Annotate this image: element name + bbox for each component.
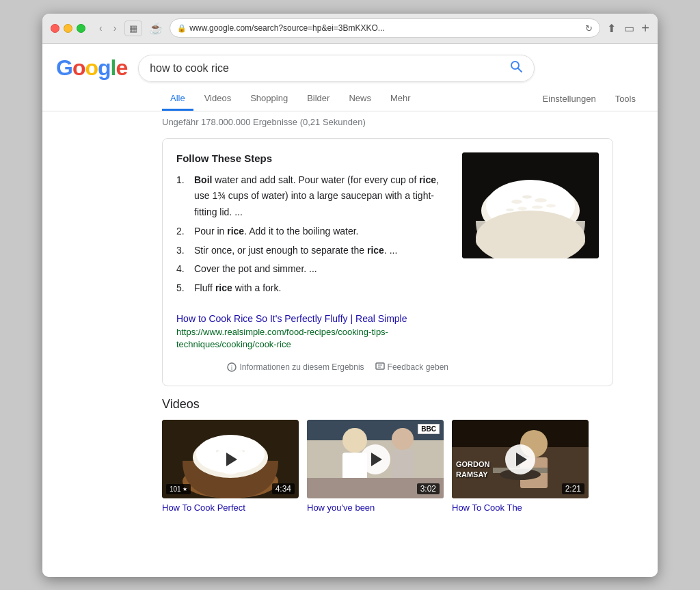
video-title-3: How To Cook The xyxy=(452,502,589,514)
video-thumbnail-2[interactable]: BBC 3:02 xyxy=(307,420,444,498)
step-3: 3. Stir once, or just enough to separate… xyxy=(176,243,448,259)
tab-tools[interactable]: Tools xyxy=(607,88,644,109)
play-button-1[interactable] xyxy=(215,444,245,474)
gordon-ramsay-label: GORDONRAMSAY xyxy=(456,459,490,479)
video-thumbnail-3[interactable]: GORDONRAMSAY 2:21 xyxy=(452,420,589,498)
maximize-button[interactable] xyxy=(77,24,85,33)
tab-shopping[interactable]: Shopping xyxy=(242,88,296,111)
search-input[interactable] xyxy=(150,62,509,75)
svg-point-12 xyxy=(522,195,532,198)
logo-g: G xyxy=(56,55,72,80)
svg-line-1 xyxy=(518,68,522,72)
step-4: 4. Cover the pot and simmer. ... xyxy=(176,261,448,278)
step-5: 5. Fluff rice with a fork. xyxy=(176,280,448,297)
video-title-2: How you've been xyxy=(307,502,444,514)
tab-duplicate-button[interactable]: ▭ xyxy=(623,21,636,36)
google-header: Google xyxy=(42,44,658,82)
logo-o2: o xyxy=(85,55,98,80)
logo-e: e xyxy=(116,55,127,80)
svg-point-11 xyxy=(511,200,522,204)
cloud-button[interactable]: ☕ xyxy=(148,21,164,36)
snippet-link-title[interactable]: How to Cook Rice So It's Perfectly Fluff… xyxy=(176,313,448,324)
step-1: 1. Boil water and add salt. Pour water (… xyxy=(176,172,448,221)
title-bar: ‹ › ▦ ☕ 🔒 www.google.com/search?source=h… xyxy=(42,14,658,44)
svg-text:i: i xyxy=(231,364,232,371)
snippet-footer: i Informationen zu diesem Ergebnis Feedb… xyxy=(176,357,448,372)
step-2: 2. Pour in rice. Add it to the boiling w… xyxy=(176,224,448,240)
toolbar-right: ⬆ ▭ + xyxy=(606,21,649,36)
play-triangle-1 xyxy=(226,453,237,466)
new-tab-button[interactable]: + xyxy=(641,21,649,35)
tab-einstellungen[interactable]: Einstellungen xyxy=(535,88,604,109)
video-thumbnail-1[interactable]: 101 ★ 4:34 xyxy=(162,420,299,498)
svg-point-8 xyxy=(476,224,585,258)
tab-news[interactable]: News xyxy=(340,88,379,111)
close-button[interactable] xyxy=(51,24,59,33)
svg-point-13 xyxy=(535,198,547,202)
snippet-info-btn[interactable]: i Informationen zu diesem Ergebnis xyxy=(227,362,364,372)
snippet-link: How to Cook Rice So It's Perfectly Fluff… xyxy=(176,305,448,350)
search-bar[interactable] xyxy=(138,55,535,82)
video-grid: 101 ★ 4:34 How To Cook Perfect xyxy=(162,420,644,514)
play-triangle-3 xyxy=(516,453,527,466)
tab-view-button[interactable]: ▦ xyxy=(124,21,142,36)
back-button[interactable]: ‹ xyxy=(96,21,105,35)
tab-alle[interactable]: Alle xyxy=(162,88,193,111)
snippet-link-url[interactable]: https://www.realsimple.com/food-recipes/… xyxy=(176,327,388,349)
result-stats: Ungefähr 178.000.000 Ergebnisse (0,21 Se… xyxy=(42,111,658,133)
traffic-lights xyxy=(51,24,85,33)
svg-point-32 xyxy=(392,428,414,450)
tab-mehr[interactable]: Mehr xyxy=(382,88,419,111)
lock-icon: 🔒 xyxy=(177,24,187,33)
share-button[interactable]: ⬆ xyxy=(606,21,617,36)
svg-point-18 xyxy=(484,217,577,238)
video-card-1[interactable]: 101 ★ 4:34 How To Cook Perfect xyxy=(162,420,299,514)
video-card-3[interactable]: GORDONRAMSAY 2:21 How To Cook The xyxy=(452,420,589,514)
video-duration-1: 4:34 xyxy=(272,483,295,494)
browser-window: ‹ › ▦ ☕ 🔒 www.google.com/search?source=h… xyxy=(42,14,658,577)
minimize-button[interactable] xyxy=(64,24,72,33)
bbc-badge: BBC xyxy=(418,424,440,434)
forward-button[interactable]: › xyxy=(111,21,120,35)
svg-point-17 xyxy=(546,204,556,207)
video-title-1: How To Cook Perfect xyxy=(162,502,299,514)
featured-snippet: Follow These Steps 1. Boil water and add… xyxy=(162,138,613,387)
snippet-content: Follow These Steps 1. Boil water and add… xyxy=(176,152,448,373)
search-icon-button[interactable] xyxy=(509,59,523,77)
tab-bilder[interactable]: Bilder xyxy=(299,88,338,111)
address-bar[interactable]: 🔒 www.google.com/search?source=hp&ei=3Bm… xyxy=(170,18,600,38)
logo-g2: g xyxy=(98,55,111,80)
svg-point-15 xyxy=(532,205,543,209)
svg-point-14 xyxy=(517,206,527,210)
videos-section: Videos xyxy=(42,397,658,528)
tab-videos[interactable]: Videos xyxy=(196,88,240,111)
address-text: www.google.com/search?source=hp&ei=3BmKX… xyxy=(189,23,582,33)
logo-o1: o xyxy=(72,55,85,80)
play-button-2[interactable] xyxy=(360,444,390,474)
video-duration-2: 3:02 xyxy=(417,483,440,494)
play-triangle-2 xyxy=(371,453,382,466)
snippet-steps: 1. Boil water and add salt. Pour water (… xyxy=(176,172,448,297)
page-content: Google Alle Videos Shopping Bilder News … xyxy=(42,44,658,577)
nav-tabs: Alle Videos Shopping Bilder News Mehr Ei… xyxy=(42,82,658,111)
svg-point-10 xyxy=(486,180,575,232)
video-badge-1: 101 ★ xyxy=(166,484,191,494)
snippet-image xyxy=(462,152,599,258)
video-card-2[interactable]: BBC 3:02 How you've been xyxy=(307,420,444,514)
svg-point-16 xyxy=(506,209,514,211)
reload-button[interactable]: ↻ xyxy=(585,23,593,33)
rice-bowl-visual xyxy=(462,152,599,258)
google-logo: Google xyxy=(56,55,127,81)
videos-title: Videos xyxy=(162,397,644,412)
snippet-feedback-btn[interactable]: Feedback geben xyxy=(375,362,448,372)
snippet-title: Follow These Steps xyxy=(176,152,448,164)
video-duration-3: 2:21 xyxy=(562,483,584,494)
svg-rect-4 xyxy=(376,363,384,369)
play-button-3[interactable] xyxy=(505,444,535,474)
